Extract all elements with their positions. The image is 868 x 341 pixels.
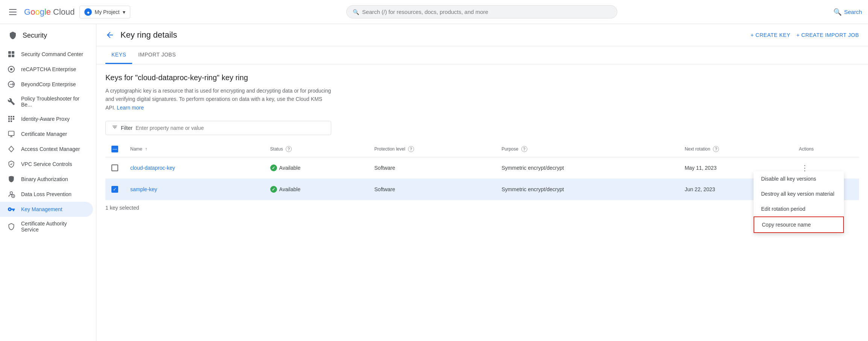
svg-rect-14	[13, 118, 14, 120]
sidebar-item-access-context[interactable]: Access Context Manager	[0, 142, 93, 157]
search-icon: 🔍	[353, 9, 359, 15]
sidebar-item-security-command-center[interactable]: Security Command Center	[0, 47, 93, 62]
dropdown-item-destroy[interactable]: Destroy all key version material	[754, 186, 844, 201]
table-row: ✓ sample-key Available	[105, 179, 859, 200]
google-cloud-logo: Google Cloud	[24, 7, 75, 17]
back-button[interactable]	[105, 30, 114, 40]
selection-info: 1 key selected	[105, 205, 859, 211]
sidebar-item-data-loss[interactable]: Data Loss Prevention	[0, 187, 93, 202]
search-bar: 🔍	[346, 5, 617, 18]
security-shield-icon	[8, 30, 18, 41]
sidebar-item-certificate-manager[interactable]: Certificate Manager	[0, 126, 93, 142]
svg-text:◆: ◆	[87, 11, 89, 14]
tab-bar: KEYS IMPORT JOBS	[96, 46, 868, 64]
project-dropdown-icon: ▾	[123, 9, 125, 15]
sidebar-item-identity-proxy[interactable]: Identity-Aware Proxy	[0, 111, 93, 126]
row-1-checkbox[interactable]	[111, 164, 118, 171]
tab-keys[interactable]: KEYS	[105, 46, 132, 64]
sidebar-item-binary-authorization[interactable]: Binary Authorization	[0, 172, 93, 187]
col-header-rotation: Next rotation ?	[679, 141, 793, 157]
page-header: Key ring details + CREATE KEY + CREATE I…	[96, 24, 868, 46]
sidebar-header: Security	[0, 24, 96, 47]
binary-auth-icon	[8, 175, 15, 183]
key-icon	[8, 206, 15, 213]
sidebar-item-label: BeyondCorp Enterprise	[21, 81, 76, 87]
key-name-link[interactable]: cloud-dataproc-key	[130, 165, 175, 171]
filter-input[interactable]	[136, 125, 325, 131]
svg-rect-3	[12, 51, 14, 54]
beyondcorp-icon	[8, 81, 15, 88]
sidebar-item-label: Key Management	[21, 206, 62, 212]
search-input[interactable]	[362, 9, 611, 15]
svg-rect-11	[13, 116, 14, 117]
sidebar-item-label: Data Loss Prevention	[21, 191, 72, 197]
header-actions: + CREATE KEY + CREATE IMPORT JOB	[751, 32, 859, 38]
content-area: Key ring details + CREATE KEY + CREATE I…	[96, 24, 868, 341]
project-icon: ◆	[84, 8, 92, 16]
col-header-protection: Protection level ?	[369, 141, 496, 157]
dropdown-item-disable[interactable]: Disable all key versions	[754, 171, 844, 186]
key-name-link[interactable]: sample-key	[130, 186, 157, 192]
col-header-name: Name ↑	[124, 141, 264, 157]
learn-more-link[interactable]: Learn more	[117, 105, 144, 111]
tab-import-jobs[interactable]: IMPORT JOBS	[132, 46, 182, 64]
description-text: A cryptographic key is a resource that i…	[105, 87, 331, 112]
section-title: Keys for "cloud-dataproc-key-ring" key r…	[105, 73, 859, 82]
data-loss-icon	[8, 190, 15, 198]
sidebar-item-label: Access Context Manager	[21, 146, 80, 152]
sidebar-item-key-management[interactable]: Key Management	[0, 202, 93, 217]
col-header-purpose: Purpose ?	[496, 141, 679, 157]
svg-rect-10	[11, 116, 12, 117]
row-2-checkbox[interactable]: ✓	[111, 186, 118, 193]
hamburger-menu[interactable]	[6, 6, 20, 18]
grid-icon	[8, 50, 15, 58]
svg-point-18	[10, 192, 13, 194]
filter-bar: Filter	[105, 121, 331, 135]
sidebar-item-label: reCAPTCHA Enterprise	[21, 66, 76, 72]
identity-proxy-icon	[8, 115, 15, 123]
status-help-icon[interactable]: ?	[286, 146, 292, 152]
actions-dropdown-menu: Disable all key versions Destroy all key…	[754, 171, 844, 233]
status-badge: Available	[270, 186, 362, 193]
sidebar-item-certificate-authority[interactable]: Certificate Authority Service	[0, 217, 93, 236]
sidebar-item-label: Identity-Aware Proxy	[21, 116, 70, 122]
purpose-help-icon[interactable]: ?	[521, 146, 527, 152]
rotation-help-icon[interactable]: ?	[713, 146, 719, 152]
dropdown-item-copy-resource-name[interactable]: Copy resource name	[754, 216, 844, 233]
svg-rect-12	[8, 118, 10, 120]
sidebar-item-recaptcha[interactable]: reCAPTCHA Enterprise	[0, 62, 93, 77]
sidebar-item-policy-troubleshooter[interactable]: Policy Troubleshooter for Be...	[0, 92, 93, 111]
svg-rect-9	[8, 116, 10, 117]
keys-table-wrap: — Name ↑ Status ?	[105, 141, 859, 211]
sidebar-item-beyondcorp[interactable]: BeyondCorp Enterprise	[0, 77, 93, 92]
protection-help-icon[interactable]: ?	[408, 146, 414, 152]
status-badge: Available	[270, 164, 362, 171]
sidebar-item-vpc-service[interactable]: VPC Service Controls	[0, 157, 93, 172]
certificate-icon	[8, 130, 15, 138]
sort-icon[interactable]: ↑	[145, 146, 147, 152]
cert-authority-icon	[8, 223, 15, 230]
svg-rect-17	[9, 131, 14, 136]
topbar: Google Cloud ◆ My Project ▾ 🔍 🔍 Search	[0, 0, 868, 24]
create-import-job-button[interactable]: + CREATE IMPORT JOB	[796, 32, 859, 38]
svg-rect-2	[8, 51, 11, 54]
dropdown-item-edit-rotation[interactable]: Edit rotation period	[754, 201, 844, 216]
sidebar-item-label: Security Command Center	[21, 51, 83, 57]
col-header-actions: Actions	[793, 141, 859, 157]
sidebar-item-label: VPC Service Controls	[21, 161, 72, 167]
sidebar-item-label: Policy Troubleshooter for Be...	[21, 96, 85, 108]
recaptcha-icon	[8, 65, 15, 73]
project-selector[interactable]: ◆ My Project ▾	[79, 6, 130, 18]
keys-table: — Name ↑ Status ?	[105, 141, 859, 200]
wrench-icon	[8, 98, 15, 105]
main-layout: Security Security Command Center reCAPTC…	[0, 24, 868, 341]
svg-rect-13	[11, 118, 12, 120]
sidebar-item-label: Certificate Authority Service	[21, 221, 85, 233]
select-all-checkbox[interactable]: —	[111, 146, 118, 152]
topbar-left: Google Cloud ◆ My Project ▾	[6, 6, 130, 18]
search-input-wrap: 🔍	[346, 5, 617, 18]
svg-rect-16	[11, 120, 12, 122]
create-key-button[interactable]: + CREATE KEY	[751, 32, 790, 38]
search-button[interactable]: 🔍 Search	[833, 8, 862, 16]
sidebar: Security Security Command Center reCAPTC…	[0, 24, 96, 341]
